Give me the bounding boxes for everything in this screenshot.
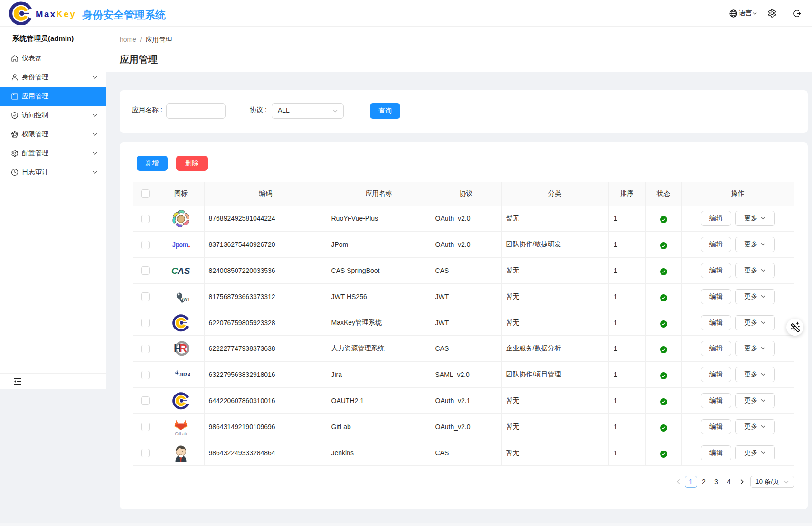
svg-text:Jpom: Jpom	[172, 241, 188, 249]
svg-text:C: C	[171, 266, 178, 276]
svg-text:GitLab: GitLab	[175, 431, 187, 436]
svg-text:R: R	[179, 342, 188, 355]
svg-text:JWT: JWT	[181, 296, 190, 301]
svg-text:JIRA: JIRA	[179, 372, 191, 377]
svg-text:AS: AS	[177, 266, 190, 276]
